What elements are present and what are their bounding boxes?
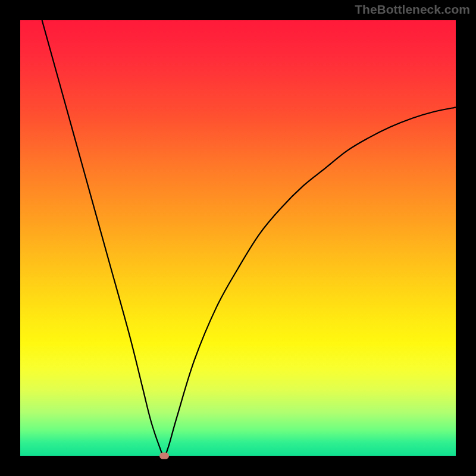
optimal-point-marker (159, 453, 169, 459)
chart-container: TheBottleneck.com (0, 0, 476, 476)
bottleneck-curve (20, 20, 456, 456)
plot-area (20, 20, 456, 456)
attribution-text: TheBottleneck.com (355, 2, 470, 17)
